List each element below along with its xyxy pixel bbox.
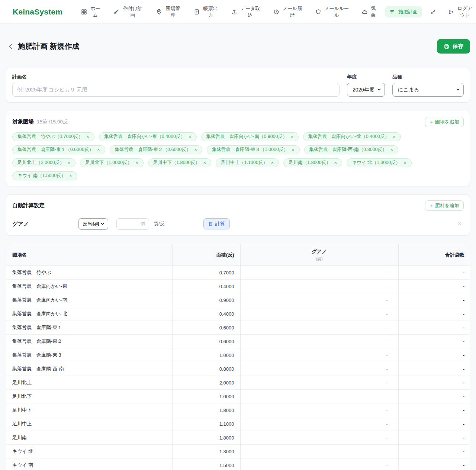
table-row: キウイ 南1.5000--	[6, 458, 470, 470]
field-tag[interactable]: 集落営農 倉庫隣-東３（1.0000反）×	[207, 145, 300, 154]
remove-tag-icon[interactable]: ×	[203, 160, 206, 165]
calc-mode-select[interactable]: 反当袋数	[78, 218, 108, 230]
page-header: 施肥計画 新規作成 保存	[7, 36, 470, 57]
field-tag[interactable]: キウイ 南（1.5000反）×	[12, 171, 77, 180]
table-row: 集落営農 倉庫隣-東２0.6000--	[6, 335, 470, 348]
table-row: 集落営農 倉庫隣-東３1.0000--	[6, 348, 470, 362]
remove-tag-icon[interactable]: ×	[271, 160, 274, 165]
table-row: 足川南1.8000--	[6, 431, 470, 445]
remove-fertilizer-icon[interactable]: ×	[456, 220, 464, 228]
field-tag[interactable]: 集落営農 倉庫向かい-東（0.4000反）×	[99, 132, 197, 141]
field-tag[interactable]: 足川南（1.8000反）×	[283, 158, 342, 167]
col-header-area: 面積(反)	[172, 244, 240, 266]
sprout-icon	[389, 9, 395, 15]
remove-tag-icon[interactable]: ×	[290, 134, 293, 139]
nav-item-fertilization-plan[interactable]: 施肥計画	[385, 6, 422, 18]
table-row: キウイ 北1.3000--	[6, 445, 470, 458]
calculate-button[interactable]: 計算	[203, 218, 230, 229]
plan-name-label: 計画名	[12, 74, 340, 80]
back-button[interactable]	[7, 43, 14, 50]
auto-calc-title: 自動計算設定	[12, 202, 45, 209]
nav-item-field-management[interactable]: 圃場管理	[152, 3, 185, 21]
remove-tag-icon[interactable]: ×	[334, 160, 337, 165]
field-tag[interactable]: 集落営農 倉庫向かい-南（0.9000反）×	[201, 132, 299, 141]
grid-icon	[81, 9, 87, 15]
remove-tag-icon[interactable]: ×	[390, 147, 393, 152]
wheat-icon	[113, 9, 119, 15]
field-tag[interactable]: 足川中下（1.8000反）×	[148, 158, 211, 167]
table-row: 集落営農 倉庫向かい-東0.4000--	[6, 280, 470, 293]
fields-table-card: 圃場名 面積(反) グアノ(袋) 合計袋数 集落営農 竹やぶ0.7000-- 集…	[6, 244, 470, 470]
field-tag[interactable]: 集落営農 倉庫隣-東１（0.6000反）×	[12, 145, 105, 154]
remove-tag-icon[interactable]: ×	[69, 173, 72, 178]
table-row: 集落営農 倉庫隣-西-南0.8000--	[6, 362, 470, 376]
plan-name-input[interactable]	[12, 83, 340, 97]
nav-item-weather[interactable]: 気象	[358, 3, 380, 21]
variety-select[interactable]: にこまる	[392, 83, 464, 97]
plan-form-card: 計画名 年度 2026年度 品種 にこまる	[6, 68, 470, 103]
remove-tag-icon[interactable]: ×	[292, 147, 295, 152]
nav-item-mail-rules[interactable]: メールルール	[312, 3, 353, 21]
col-header-field: 圃場名	[6, 244, 172, 266]
history-icon	[273, 9, 279, 15]
remove-tag-icon[interactable]: ×	[194, 147, 197, 152]
remove-tag-icon[interactable]: ×	[135, 160, 138, 165]
col-header-guano: グアノ(袋)	[240, 244, 398, 266]
save-icon	[444, 44, 450, 49]
variety-label: 品種	[392, 74, 464, 80]
map-pin-icon	[156, 9, 162, 15]
remove-tag-icon[interactable]: ×	[189, 134, 192, 139]
nav-item-mail-history[interactable]: メール履歴	[270, 3, 306, 21]
auto-calc-card: 自動計算設定 + 肥料を追加 グアノ 反当袋数 袋/反 計算 ×	[6, 194, 470, 236]
calc-unit-label: 袋/反	[154, 220, 165, 227]
field-tag[interactable]: 集落営農 倉庫隣-東２（0.6000反）×	[110, 145, 203, 154]
target-fields-summary: 15筆 /15.90反	[37, 119, 68, 125]
shield-icon	[315, 9, 321, 15]
nav-item-home[interactable]: ホーム	[77, 3, 104, 21]
field-tag[interactable]: 足川中上（1.1000反）×	[216, 158, 279, 167]
nav-item-report-output[interactable]: 帳票出力	[190, 3, 222, 21]
page-title: 施肥計画 新規作成	[18, 41, 80, 51]
nav-item-planting-plan[interactable]: 作付け計画	[110, 3, 147, 21]
nav-items: ホーム 作付け計画 圃場管理 帳票出力 データ取込 メール履歴 メールルール	[77, 3, 476, 21]
table-row: 集落営農 倉庫隣-東１0.6000--	[6, 321, 470, 335]
calc-value-input[interactable]	[116, 218, 149, 230]
field-tag[interactable]: 集落営農 竹やぶ（0.7000反）×	[12, 132, 94, 141]
year-select[interactable]: 2026年度	[347, 83, 385, 97]
save-button-label: 保存	[453, 43, 463, 50]
plus-icon: +	[430, 119, 433, 125]
field-tag[interactable]: 集落営農 倉庫向かい-北（0.4000反）×	[303, 132, 401, 141]
target-fields-title: 対象圃場	[12, 118, 34, 125]
top-navigation: KeinaSystem ホーム 作付け計画 圃場管理 帳票出力 データ取込 メー…	[0, 0, 476, 24]
year-label: 年度	[347, 74, 385, 80]
nav-item-data-import[interactable]: データ取込	[228, 3, 264, 21]
table-header-row: 圃場名 面積(反) グアノ(袋) 合計袋数	[6, 244, 470, 266]
add-field-button[interactable]: + 圃場を追加	[425, 117, 464, 127]
remove-tag-icon[interactable]: ×	[393, 134, 396, 139]
remove-tag-icon[interactable]: ×	[403, 160, 406, 165]
table-row: 集落営農 倉庫向かい-北0.4000--	[6, 307, 470, 321]
target-fields-card: 対象圃場 15筆 /15.90反 + 圃場を追加 集落営農 竹やぶ（0.7000…	[6, 111, 470, 186]
remove-tag-icon[interactable]: ×	[97, 147, 100, 152]
table-row: 足川北上2.0000--	[6, 376, 470, 390]
logout-icon	[448, 9, 454, 15]
field-tag[interactable]: 足川北下（1.0000反）×	[80, 158, 143, 167]
key-icon	[430, 9, 436, 15]
table-row: 集落営農 倉庫向かい-南0.9000--	[6, 293, 470, 307]
add-fertilizer-button[interactable]: + 肥料を追加	[425, 200, 464, 211]
fertilizer-calc-row: グアノ 反当袋数 袋/反 計算 ×	[12, 218, 464, 230]
nav-item-password[interactable]	[427, 6, 439, 17]
remove-tag-icon[interactable]: ×	[86, 134, 89, 139]
upload-icon	[231, 9, 237, 15]
remove-tag-icon[interactable]: ×	[68, 160, 71, 165]
field-tag[interactable]: 足川北上（2.0000反）×	[12, 158, 75, 167]
plus-icon: +	[430, 203, 433, 208]
col-header-total: 合計袋数	[398, 244, 470, 266]
field-tag[interactable]: キウイ 北（1.3000反）×	[347, 158, 412, 167]
calculator-icon	[208, 222, 213, 226]
save-button[interactable]: 保存	[437, 39, 470, 54]
nav-item-logout[interactable]: ログアウト	[444, 3, 476, 21]
field-tag-list: 集落営農 竹やぶ（0.7000反）× 集落営農 倉庫向かい-東（0.4000反）…	[12, 132, 464, 180]
table-row: 足川北下1.0000--	[6, 390, 470, 403]
field-tag[interactable]: 集落営農 倉庫隣-西-南（0.8000反）×	[304, 145, 399, 154]
